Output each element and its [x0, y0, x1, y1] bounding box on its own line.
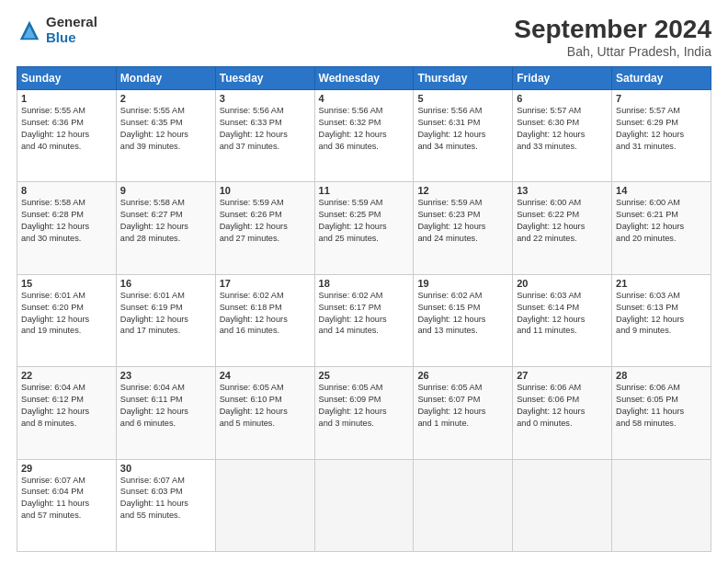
day-number: 5: [417, 93, 508, 104]
logo-general: General: [46, 15, 97, 30]
calendar-cell: 27Sunrise: 6:06 AMSunset: 6:06 PMDayligh…: [513, 367, 612, 459]
header-monday: Monday: [116, 67, 215, 90]
day-info: Sunrise: 5:55 AMSunset: 6:35 PMDaylight:…: [120, 105, 211, 153]
day-number: 1: [21, 93, 112, 104]
day-number: 28: [616, 370, 707, 381]
day-number: 15: [21, 278, 112, 289]
calendar-cell: 25Sunrise: 6:05 AMSunset: 6:09 PMDayligh…: [314, 367, 414, 459]
day-number: 24: [220, 370, 311, 381]
calendar-cell: 23Sunrise: 6:04 AMSunset: 6:11 PMDayligh…: [116, 367, 215, 459]
day-number: 27: [517, 370, 608, 381]
day-info: Sunrise: 6:01 AMSunset: 6:19 PMDaylight:…: [120, 290, 211, 338]
calendar-subtitle: Bah, Uttar Pradesh, India: [514, 44, 711, 59]
calendar-cell: 22Sunrise: 6:04 AMSunset: 6:12 PMDayligh…: [17, 367, 117, 459]
header-sunday: Sunday: [17, 67, 117, 90]
day-info: Sunrise: 6:02 AMSunset: 6:17 PMDaylight:…: [319, 290, 410, 338]
day-number: 29: [21, 463, 112, 474]
day-info: Sunrise: 5:59 AMSunset: 6:26 PMDaylight:…: [220, 197, 311, 245]
day-info: Sunrise: 6:04 AMSunset: 6:12 PMDaylight:…: [21, 382, 112, 430]
calendar-cell: 12Sunrise: 5:59 AMSunset: 6:23 PMDayligh…: [414, 182, 513, 274]
logo-blue: Blue: [46, 30, 97, 46]
header-wednesday: Wednesday: [314, 67, 414, 90]
calendar-cell: 3Sunrise: 5:56 AMSunset: 6:33 PMDaylight…: [215, 90, 314, 182]
day-number: 11: [319, 185, 410, 196]
calendar-cell: 14Sunrise: 6:00 AMSunset: 6:21 PMDayligh…: [612, 182, 711, 274]
calendar-cell: 16Sunrise: 6:01 AMSunset: 6:19 PMDayligh…: [116, 274, 215, 366]
calendar-cell: 28Sunrise: 6:06 AMSunset: 6:05 PMDayligh…: [612, 367, 711, 459]
header-saturday: Saturday: [612, 67, 711, 90]
day-info: Sunrise: 5:55 AMSunset: 6:36 PMDaylight:…: [21, 105, 112, 153]
day-info: Sunrise: 5:59 AMSunset: 6:25 PMDaylight:…: [319, 197, 410, 245]
calendar-cell: 15Sunrise: 6:01 AMSunset: 6:20 PMDayligh…: [17, 274, 117, 366]
logo-text: General Blue: [46, 15, 97, 45]
day-info: Sunrise: 6:06 AMSunset: 6:05 PMDaylight:…: [616, 382, 707, 430]
day-number: 13: [517, 185, 608, 196]
calendar-cell: 18Sunrise: 6:02 AMSunset: 6:17 PMDayligh…: [314, 274, 414, 366]
calendar-cell: 29Sunrise: 6:07 AMSunset: 6:04 PMDayligh…: [17, 459, 117, 551]
day-number: 19: [417, 278, 508, 289]
header-friday: Friday: [513, 67, 612, 90]
day-info: Sunrise: 5:57 AMSunset: 6:29 PMDaylight:…: [616, 105, 707, 153]
day-number: 14: [616, 185, 707, 196]
day-number: 2: [120, 93, 211, 104]
calendar-cell: 2Sunrise: 5:55 AMSunset: 6:35 PMDaylight…: [116, 90, 215, 182]
header-thursday: Thursday: [414, 67, 513, 90]
day-number: 9: [120, 185, 211, 196]
day-number: 16: [120, 278, 211, 289]
calendar-cell: 6Sunrise: 5:57 AMSunset: 6:30 PMDaylight…: [513, 90, 612, 182]
calendar-cell: [215, 459, 314, 551]
calendar-cell: 30Sunrise: 6:07 AMSunset: 6:03 PMDayligh…: [116, 459, 215, 551]
calendar-cell: 20Sunrise: 6:03 AMSunset: 6:14 PMDayligh…: [513, 274, 612, 366]
calendar-cell: [314, 459, 414, 551]
week-row-5: 29Sunrise: 6:07 AMSunset: 6:04 PMDayligh…: [17, 459, 711, 551]
day-info: Sunrise: 5:58 AMSunset: 6:28 PMDaylight:…: [21, 197, 112, 245]
day-info: Sunrise: 6:03 AMSunset: 6:13 PMDaylight:…: [616, 290, 707, 338]
calendar-cell: [414, 459, 513, 551]
calendar-cell: 1Sunrise: 5:55 AMSunset: 6:36 PMDaylight…: [17, 90, 117, 182]
calendar-cell: 11Sunrise: 5:59 AMSunset: 6:25 PMDayligh…: [314, 182, 414, 274]
calendar-cell: 13Sunrise: 6:00 AMSunset: 6:22 PMDayligh…: [513, 182, 612, 274]
calendar-cell: 24Sunrise: 6:05 AMSunset: 6:10 PMDayligh…: [215, 367, 314, 459]
calendar-cell: 19Sunrise: 6:02 AMSunset: 6:15 PMDayligh…: [414, 274, 513, 366]
header-row: Sunday Monday Tuesday Wednesday Thursday…: [17, 67, 711, 90]
day-number: 20: [517, 278, 608, 289]
week-row-2: 8Sunrise: 5:58 AMSunset: 6:28 PMDaylight…: [17, 182, 711, 274]
header: General Blue September 2024 Bah, Uttar P…: [17, 15, 711, 59]
day-number: 17: [220, 278, 311, 289]
week-row-3: 15Sunrise: 6:01 AMSunset: 6:20 PMDayligh…: [17, 274, 711, 366]
day-number: 10: [220, 185, 311, 196]
day-info: Sunrise: 6:05 AMSunset: 6:09 PMDaylight:…: [319, 382, 410, 430]
day-number: 3: [220, 93, 311, 104]
day-info: Sunrise: 6:07 AMSunset: 6:04 PMDaylight:…: [21, 475, 112, 523]
day-number: 22: [21, 370, 112, 381]
day-info: Sunrise: 6:07 AMSunset: 6:03 PMDaylight:…: [120, 475, 211, 523]
calendar-table: Sunday Monday Tuesday Wednesday Thursday…: [17, 66, 711, 552]
calendar-cell: 5Sunrise: 5:56 AMSunset: 6:31 PMDaylight…: [414, 90, 513, 182]
day-number: 12: [417, 185, 508, 196]
day-number: 4: [319, 93, 410, 104]
calendar-cell: 26Sunrise: 6:05 AMSunset: 6:07 PMDayligh…: [414, 367, 513, 459]
calendar-cell: 4Sunrise: 5:56 AMSunset: 6:32 PMDaylight…: [314, 90, 414, 182]
day-info: Sunrise: 6:02 AMSunset: 6:15 PMDaylight:…: [417, 290, 508, 338]
calendar-cell: 7Sunrise: 5:57 AMSunset: 6:29 PMDaylight…: [612, 90, 711, 182]
day-number: 23: [120, 370, 211, 381]
day-info: Sunrise: 6:05 AMSunset: 6:07 PMDaylight:…: [417, 382, 508, 430]
day-number: 7: [616, 93, 707, 104]
day-info: Sunrise: 6:01 AMSunset: 6:20 PMDaylight:…: [21, 290, 112, 338]
day-info: Sunrise: 5:57 AMSunset: 6:30 PMDaylight:…: [517, 105, 608, 153]
calendar-cell: 17Sunrise: 6:02 AMSunset: 6:18 PMDayligh…: [215, 274, 314, 366]
day-number: 30: [120, 463, 211, 474]
calendar-cell: 8Sunrise: 5:58 AMSunset: 6:28 PMDaylight…: [17, 182, 117, 274]
calendar-cell: [513, 459, 612, 551]
day-info: Sunrise: 6:03 AMSunset: 6:14 PMDaylight:…: [517, 290, 608, 338]
title-area: September 2024 Bah, Uttar Pradesh, India: [514, 15, 711, 59]
day-info: Sunrise: 5:56 AMSunset: 6:31 PMDaylight:…: [417, 105, 508, 153]
calendar-header: Sunday Monday Tuesday Wednesday Thursday…: [17, 67, 711, 90]
week-row-1: 1Sunrise: 5:55 AMSunset: 6:36 PMDaylight…: [17, 90, 711, 182]
day-info: Sunrise: 6:00 AMSunset: 6:22 PMDaylight:…: [517, 197, 608, 245]
day-info: Sunrise: 5:58 AMSunset: 6:27 PMDaylight:…: [120, 197, 211, 245]
header-tuesday: Tuesday: [215, 67, 314, 90]
day-info: Sunrise: 5:59 AMSunset: 6:23 PMDaylight:…: [417, 197, 508, 245]
calendar-cell: [612, 459, 711, 551]
day-number: 25: [319, 370, 410, 381]
